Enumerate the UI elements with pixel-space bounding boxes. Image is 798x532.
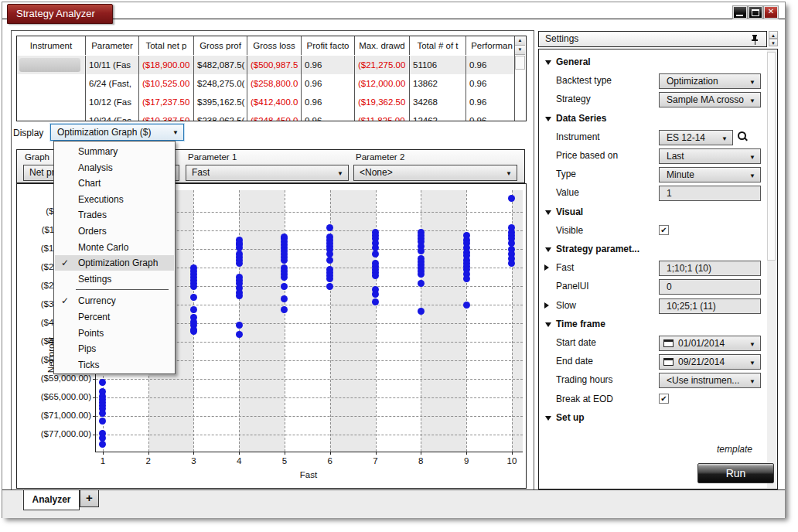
menu-item-optimization-graph[interactable]: ✓Optimization Graph [55, 255, 174, 271]
visible-checkbox[interactable]: ✔ [659, 225, 669, 235]
table-row[interactable]: 6/24 (Fast,($10,525.00$248,275.0(($258,8… [17, 74, 514, 93]
expand-triangle-icon[interactable] [544, 302, 549, 309]
x-tick-label: 9 [455, 456, 478, 466]
scroll-up-icon[interactable]: ▲ [515, 36, 525, 46]
section-label: Visual [556, 206, 583, 217]
section-label: Data Series [556, 113, 606, 124]
cell: $238,062.5( [194, 111, 247, 121]
strategy-dropdown[interactable]: Sample MA crosso▼ [659, 92, 761, 107]
slow-input[interactable]: 10;25;1 (11) [659, 298, 761, 314]
data-point [326, 224, 333, 231]
display-dropdown[interactable]: Optimization Graph ($) ▼ [50, 124, 184, 141]
section-time-frame[interactable]: Time frame [539, 316, 763, 333]
end-date-dropdown[interactable]: 09/21/2014▼ [659, 354, 761, 370]
section-data-series[interactable]: Data Series [539, 111, 763, 128]
close-button[interactable]: ✕ [763, 5, 779, 19]
bottom-tab-strip: Analyzer + [2, 489, 785, 518]
scroll-down-icon[interactable]: ▼ [515, 46, 525, 55]
setting-row-fast: Fast1;10;1 (10) [539, 260, 763, 277]
column-header-max-drawd[interactable]: Max. drawd [355, 36, 410, 55]
menu-item-orders[interactable]: Orders [55, 223, 174, 239]
start-date-dropdown[interactable]: 01/01/2014▼ [659, 336, 761, 351]
data-point [372, 291, 379, 298]
menu-item-analysis[interactable]: Analysis [55, 160, 174, 176]
cell: 0.96 [466, 56, 518, 74]
collapse-triangle-icon[interactable] [545, 117, 551, 121]
parameter2-dropdown[interactable]: <None> ▼ [353, 165, 517, 181]
collapse-triangle-icon[interactable] [545, 247, 551, 252]
column-header-parameter[interactable]: Parameter [86, 36, 139, 55]
setting-row-trading-hours: Trading hours<Use instrumen...▼ [539, 372, 763, 389]
section-strategy-paramet-[interactable]: Strategy paramet... [539, 241, 763, 258]
search-icon[interactable] [736, 131, 749, 143]
menu-item-pips[interactable]: Pips [55, 341, 174, 356]
cell: 0.96 [302, 56, 355, 74]
x-tick [239, 452, 240, 455]
pin-icon[interactable] [751, 34, 759, 45]
tab-analyzer[interactable]: Analyzer [23, 490, 80, 510]
instrument-dropdown[interactable]: ES 12-14▼ [659, 130, 733, 145]
fast-input[interactable]: 1;10;1 (10) [659, 261, 761, 276]
section-visual[interactable]: Visual [539, 204, 763, 221]
shaded-band [421, 190, 466, 452]
menu-item-summary[interactable]: Summary [55, 144, 174, 159]
menu-item-chart[interactable]: Chart [55, 176, 174, 191]
collapse-triangle-icon[interactable] [545, 416, 551, 421]
collapse-triangle-icon[interactable] [545, 210, 551, 215]
settings-scrollbar[interactable] [767, 50, 776, 488]
scroll-up-icon[interactable]: ▲ [769, 31, 778, 39]
menu-item-monte-carlo[interactable]: Monte Carlo [55, 240, 174, 255]
template-link[interactable]: template [621, 444, 752, 455]
section-set-up[interactable]: Set up [539, 410, 763, 427]
data-point [281, 274, 288, 281]
section-general[interactable]: General [539, 54, 763, 71]
menu-separator [76, 289, 169, 290]
parameter1-dropdown[interactable]: Fast ▼ [186, 165, 349, 181]
column-header-gross-prof[interactable]: Gross prof [194, 36, 247, 55]
column-header-total-of-t[interactable]: Total # of t [410, 36, 466, 55]
value-input[interactable]: 1 [659, 186, 761, 201]
table-row[interactable]: 10/12 (Fas($17,237.50$395,162.5(($412,40… [17, 93, 514, 111]
settings-scrollbar-thumb[interactable] [767, 52, 776, 261]
menu-item-currency[interactable]: ✓Currency [55, 293, 174, 309]
break-at-eod-checkbox[interactable]: ✔ [659, 394, 669, 404]
setting-label: Slow [556, 300, 576, 311]
column-header-profit-facto[interactable]: Profit facto [302, 36, 355, 55]
cell: ($10,525.00 [139, 74, 194, 93]
menu-item-ticks[interactable]: Ticks [55, 357, 174, 373]
menu-item-points[interactable]: Points [55, 326, 174, 341]
scroll-down-icon[interactable]: ▼ [769, 39, 778, 46]
x-tick-label: 1 [91, 456, 114, 466]
panelui-input[interactable]: 0 [659, 279, 761, 295]
column-header-performan[interactable]: Performan [466, 36, 518, 55]
column-header-gross-loss[interactable]: Gross loss [247, 36, 302, 55]
collapse-triangle-icon[interactable] [545, 322, 551, 327]
cell: $395,162.5( [194, 93, 247, 111]
table-row[interactable]: 10/11 (Fas($18,900.00$482,087.5(($500,98… [17, 56, 514, 74]
menu-item-settings[interactable]: Settings [55, 271, 174, 287]
menu-item-percent[interactable]: Percent [55, 309, 174, 325]
data-point [326, 283, 333, 290]
cell: 13862 [410, 74, 466, 93]
menu-item-executions[interactable]: Executions [55, 192, 174, 207]
expand-triangle-icon[interactable] [544, 264, 549, 271]
column-header-total-net-p[interactable]: Total net p [139, 36, 194, 55]
run-button[interactable]: Run [697, 463, 774, 483]
table-row[interactable]: 10/24 (Fas($10,387.50$238,062.5(($248,45… [17, 111, 514, 121]
price-based-on-dropdown[interactable]: Last▼ [659, 148, 761, 164]
field-value: ES 12-14 [667, 131, 720, 145]
shaded-band [239, 190, 285, 452]
minimize-button[interactable] [732, 5, 748, 19]
table-scrollbar[interactable]: ▲▼ [514, 36, 526, 121]
menu-item-trades[interactable]: Trades [55, 207, 174, 223]
column-header-instrument[interactable]: Instrument [17, 36, 86, 55]
table-scrollbar-thumb[interactable] [515, 56, 525, 70]
type-dropdown[interactable]: Minute▼ [659, 167, 761, 182]
collapse-triangle-icon[interactable] [545, 60, 551, 65]
add-tab-button[interactable]: + [80, 490, 99, 507]
trading-hours-dropdown[interactable]: <Use instrumen...▼ [659, 373, 761, 388]
maximize-button[interactable] [748, 5, 763, 19]
backtest-type-dropdown[interactable]: Optimization▼ [659, 73, 761, 89]
y-tick-label: ($77,000.00) [19, 429, 91, 438]
x-tick-label: 5 [273, 456, 296, 466]
